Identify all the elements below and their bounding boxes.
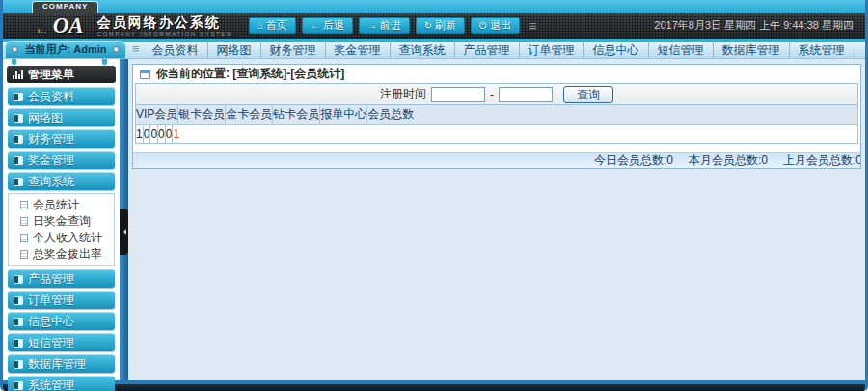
sidebar-menu-label: 奖金管理 [28,153,74,169]
top-menu-item[interactable]: 系统管理 [790,42,854,58]
sidebar-menu-label: 信息中心 [28,314,74,330]
sidebar-submenu-label: 会员统计 [33,197,79,213]
sidebar-menu-label: 产品管理 [28,271,74,288]
member-stats-table: 注册时间 - 查询 VIP会员 银卡会员 金卡会员 [135,83,858,144]
panel-gap [133,144,860,152]
current-user-tab[interactable]: 当前用户: Admin [5,41,126,58]
sidebar-menu-button[interactable]: 短信管理 [8,333,115,351]
list-icon: ≡ [132,42,140,56]
pin-icon [102,59,107,65]
top-menu-item[interactable]: 奖金管理 [326,42,391,58]
nav-button[interactable]: ↻ 刷新 [416,17,465,34]
sidebar-menu-label: 查询系统 [28,174,74,190]
nav-button[interactable]: → 前进 [359,17,410,34]
stats-header-cell: 会员总数 [367,105,414,124]
top-menu-item[interactable]: 财务管理 [261,42,326,58]
sidebar-header-label: 管理菜单 [28,67,74,83]
sidebar-submenu-item[interactable]: 总奖金拨出率 [9,246,114,263]
stats-value-cell: 0 [166,125,174,143]
nav-button[interactable]: ← 后退 [302,17,353,34]
hamburger-icon[interactable]: ≡ [529,17,537,34]
totals-row: 今日会员总数:0 本月会员总数:0 上月会员总数:0 [133,152,860,168]
sidebar-submenu: 会员统计 日奖金查询 个人收入统计 总奖金拨出率 [8,193,115,266]
document-icon [20,234,28,242]
menu-grid-icon [14,318,23,326]
stats-header-row: VIP会员 银卡会员 金卡会员 钻卡会员 报单中心 会员总数 [136,105,857,125]
nav-button-label: 后退 [323,18,344,33]
sidebar-header: 管理菜单 [7,66,116,83]
nav-button-icon: ⌂ [258,20,263,31]
sidebar-menu-label: 会员资料 [28,89,74,105]
screw-icon [12,46,18,53]
stats-header-cell: 银卡会员 [178,105,226,124]
menu-grid-icon [14,339,23,348]
top-menu-item[interactable]: 短信管理 [649,42,714,58]
company-tab: COMPANY [32,1,98,13]
breadcrumb: 你当前的位置: [查询系统]-[会员统计] [156,66,344,82]
search-button[interactable]: 查询 [563,86,613,103]
top-menu-item[interactable]: 网络图 [208,42,261,58]
top-menu-item[interactable]: 数据库管理 [714,42,790,58]
top-menu-item[interactable]: 会员资料 [144,42,208,58]
total-item: 今日会员总数:0 [594,153,673,169]
sidebar-menu-button[interactable]: 信息中心 [8,312,115,330]
sidebar-menu-button[interactable]: 订单管理 [8,291,115,309]
sidebar: 管理菜单 会员资料 网络图 财务管理 [3,59,120,380]
breadcrumb-row: 你当前的位置: [查询系统]-[会员统计] [133,65,860,83]
sidebar-menu-button[interactable]: 网络图 [8,108,115,126]
stats-value-cell: 0 [144,125,151,143]
menu-grid-icon [14,275,23,284]
menu-grid-icon [14,360,23,369]
sidebar-menu-label: 数据库管理 [28,356,86,373]
document-icon [20,217,28,226]
app-title: 会员网络办公系统 [97,15,233,29]
sidebar-menu-button[interactable]: 财务管理 [8,129,115,148]
menu-grid-icon [14,114,23,123]
nav-button-icon: ← [311,20,320,31]
stats-header-cell: 报单中心 [320,105,367,124]
pin-icon [12,59,16,65]
sidebar-menu-label: 订单管理 [28,293,74,309]
sidebar-menu-button[interactable]: 产品管理 [8,269,115,288]
nav-button[interactable]: ⏻ 退出 [471,17,520,34]
menu-grid-icon [14,178,23,186]
top-menu-item[interactable]: 订单管理 [520,42,584,58]
sidebar-submenu-label: 总奖金拨出率 [33,246,102,263]
sidebar-submenu-label: 个人收入统计 [33,230,102,246]
date-to-input[interactable] [499,87,553,102]
sidebar-submenu-item[interactable]: 会员统计 [9,197,114,213]
sidebar-collapse-handle[interactable] [120,209,128,255]
top-menu-bar: 当前用户: Admin ≡ 会员资料 网络图 财务管理 奖金管理 查询系统 产品… [3,42,865,59]
nav-button[interactable]: ⌂ 首页 [249,17,296,34]
sidebar-menu-button[interactable]: 系统管理 [8,376,115,391]
sidebar-menu-button[interactable]: 奖金管理 [8,151,115,169]
sidebar-menu-button[interactable]: 会员资料 [8,87,115,105]
top-menu-item[interactable]: 查询系统 [391,42,455,58]
location-icon [140,70,150,79]
sidebar-menu-button[interactable]: 数据库管理 [8,354,115,373]
top-menu-item[interactable]: 信息中心 [584,42,649,58]
sidebar-menu-button[interactable]: 查询系统 [8,172,115,190]
nav-button-label: 首页 [266,18,287,33]
top-menu-items: 会员资料 网络图 财务管理 奖金管理 查询系统 产品管理 订单管理 信息中心 短… [144,42,854,58]
sidebar-menu-top: 会员资料 网络图 财务管理 奖金管理 [3,87,120,190]
app-subtitle: COMPANY INFORMATION SYSTEM [97,31,233,37]
stats-value-row: 1 0 0 0 0 1 [136,125,857,143]
menu-grid-icon [14,93,23,101]
top-menu-item[interactable]: 产品管理 [455,42,520,58]
current-user-label: 当前用户: Admin [25,42,107,57]
app-title-block: 会员网络办公系统 COMPANY INFORMATION SYSTEM [97,15,233,37]
sidebar-menu-bottom: 产品管理 订单管理 信息中心 短信管理 [3,269,120,391]
sidebar-submenu-item[interactable]: 个人收入统计 [9,230,114,246]
nav-button-label: 刷新 [435,18,456,33]
register-time-label: 注册时间 [380,86,426,102]
stats-value-cell: 1 [136,125,144,143]
range-separator: - [490,88,494,101]
menu-grid-icon [14,135,23,144]
date-from-input[interactable] [431,87,485,102]
datetime-text: 2017年8月3日 星期四 上午 9:44:38 星期四 [654,18,865,33]
document-icon [20,250,28,259]
nav-button-icon: ⏻ [479,20,487,32]
sidebar-submenu-item[interactable]: 日奖金查询 [9,213,114,230]
body-region: 管理菜单 会员资料 网络图 财务管理 [3,59,865,380]
